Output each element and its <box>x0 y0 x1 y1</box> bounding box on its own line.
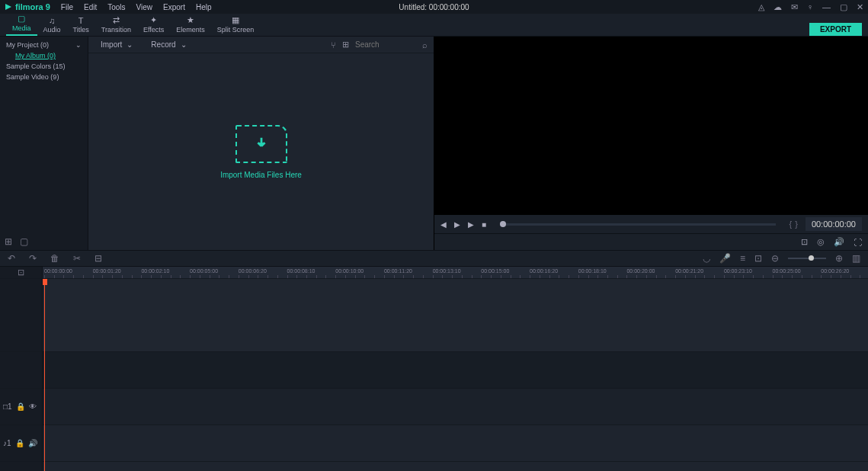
ruler-mark: 00:00:06:20 <box>239 268 267 274</box>
frame-prev-icon[interactable]: { <box>790 219 793 229</box>
stop-button[interactable]: ■ <box>482 220 486 229</box>
sidebar-item-samplevideo[interactable]: Sample Video (9) <box>0 72 88 82</box>
fullscreen-icon[interactable]: ⛶ <box>854 238 862 247</box>
ruler-mark: 00:00:25:00 <box>773 268 801 274</box>
prev-frame-button[interactable]: ◀ <box>440 220 447 229</box>
track-row-audio1[interactable] <box>43 425 868 462</box>
import-dropdown[interactable]: Import⌄ <box>94 39 139 50</box>
menu-export[interactable]: Export <box>163 3 185 11</box>
tab-splitscreen[interactable]: ▦Split Screen <box>211 14 261 36</box>
grid-view-icon[interactable]: ⊞ <box>342 40 349 50</box>
tab-transition[interactable]: ⇄Transition <box>95 14 137 36</box>
menu-tools[interactable]: Tools <box>107 3 125 11</box>
app-logo: filmora 9 <box>5 2 50 11</box>
time-ruler[interactable]: 00:00:00:0000:00:01:2000:00:02:1000:00:0… <box>43 267 868 279</box>
mic-icon[interactable]: 🎤 <box>719 253 731 264</box>
maximize-icon[interactable]: ▢ <box>840 2 847 12</box>
marker-icon[interactable]: ◡ <box>703 253 710 264</box>
search-input[interactable] <box>355 40 416 49</box>
track-row[interactable] <box>43 352 868 389</box>
sidebar-item-samplecolors[interactable]: Sample Colors (15) <box>0 61 88 72</box>
track-head-audio1[interactable]: ♪1 🔒 🔊 <box>0 425 42 462</box>
tracks-area[interactable]: 00:00:00:0000:00:01:2000:00:02:1000:00:0… <box>43 267 868 471</box>
tab-effects[interactable]: ✦Effects <box>137 14 170 36</box>
lock-icon[interactable]: 🔒 <box>16 402 25 411</box>
tab-label: Audio <box>43 26 61 34</box>
notif-icon[interactable]: ♀ <box>807 2 813 11</box>
search-icon[interactable]: ⌕ <box>422 40 428 50</box>
window-controls: ◬ ☁ ✉ ♀ — ▢ ✕ <box>758 2 863 12</box>
split-button[interactable]: ✂ <box>73 253 81 264</box>
minimize-icon[interactable]: — <box>822 2 831 11</box>
menu-edit[interactable]: Edit <box>84 3 97 11</box>
play-button[interactable]: ▶ <box>454 220 460 229</box>
new-folder-icon[interactable]: ⊞ <box>5 236 12 247</box>
preview-scrubber[interactable] <box>500 223 775 226</box>
transition-icon: ⇄ <box>113 15 120 25</box>
tab-elements[interactable]: ★Elements <box>170 14 211 36</box>
ruler-mark: 00:00:20:00 <box>626 268 655 274</box>
export-button[interactable]: EXPORT <box>809 23 862 36</box>
track-empty2 <box>0 352 42 389</box>
record-dropdown[interactable]: Record⌄ <box>145 39 192 50</box>
render-icon[interactable]: ⊡ <box>754 253 762 264</box>
preview-canvas[interactable] <box>434 37 868 215</box>
zoom-fit-icon[interactable]: ▥ <box>852 253 860 264</box>
scrubber-handle[interactable] <box>500 221 506 227</box>
zoom-handle[interactable] <box>809 255 814 261</box>
track-empty <box>0 279 42 352</box>
track-row-video1[interactable] <box>43 389 868 425</box>
preview-panel: ◀ ▶ ▶ ■ { } 00:00:00:00 ⊡ ◎ 🔊 ⛶ <box>434 37 868 250</box>
dropzone-text: Import Media Files Here <box>220 171 302 179</box>
sidebar-item-myproject[interactable]: My Project (0)⌄ <box>0 40 88 50</box>
timeline-settings-icon[interactable]: ⊡ <box>0 267 42 279</box>
volume-icon[interactable]: 🔊 <box>834 237 844 247</box>
zoom-slider[interactable] <box>788 258 826 259</box>
menu-help[interactable]: Help <box>196 3 212 11</box>
media-toolbar: Import⌄ Record⌄ ⑂ ⊞ ⌕ <box>88 37 434 53</box>
tab-media[interactable]: ▢Media <box>6 12 37 36</box>
zoom-in-icon[interactable]: ⊕ <box>835 253 843 264</box>
track-head-video1[interactable]: □1 🔒 👁 <box>0 389 42 425</box>
eye-icon[interactable]: 👁 <box>29 402 37 411</box>
cloud-icon[interactable]: ☁ <box>774 2 782 12</box>
media-sidebar: My Project (0)⌄ My Album (0) Sample Colo… <box>0 37 88 250</box>
zoom-out-icon[interactable]: ⊖ <box>771 253 779 264</box>
tab-titles[interactable]: TTitles <box>67 14 95 36</box>
frame-next-icon[interactable]: } <box>795 219 798 229</box>
tab-label: Elements <box>176 26 205 34</box>
ruler-mark: 00:00:00:00 <box>44 268 72 274</box>
volume-icon[interactable]: 🔊 <box>28 439 37 447</box>
mail-icon[interactable]: ✉ <box>791 2 798 12</box>
sidebar-item-myalbum[interactable]: My Album (0) <box>0 50 88 61</box>
delete-button[interactable]: 🗑 <box>50 253 59 264</box>
preview-timecode: 00:00:00:00 <box>806 217 862 231</box>
grid-icon: ▦ <box>232 15 239 25</box>
folder-icon[interactable]: ▢ <box>20 236 28 247</box>
media-dropzone[interactable]: Import Media Files Here <box>88 53 434 250</box>
close-icon[interactable]: ✕ <box>857 2 863 12</box>
next-frame-button[interactable]: ▶ <box>468 220 474 229</box>
track-label: □1 <box>3 402 12 411</box>
track-row[interactable] <box>43 279 868 352</box>
user-icon[interactable]: ◬ <box>758 2 764 12</box>
edit-toolbar: ↶ ↷ 🗑 ✂ ⊟ ◡ 🎤 ≡ ⊡ ⊖ ⊕ ▥ <box>0 250 868 267</box>
ruler-mark: 00:00:02:10 <box>141 268 169 274</box>
crop-button[interactable]: ⊟ <box>94 253 102 264</box>
menu-view[interactable]: View <box>136 3 153 11</box>
playhead[interactable] <box>44 279 45 471</box>
menu-file[interactable]: File <box>61 3 73 11</box>
redo-button[interactable]: ↷ <box>29 253 37 264</box>
mixer-icon[interactable]: ≡ <box>740 253 745 264</box>
snapshot-icon[interactable]: ◎ <box>817 237 825 247</box>
import-label: Import <box>101 40 122 49</box>
undo-button[interactable]: ↶ <box>8 253 15 264</box>
timeline: ⊡ □1 🔒 👁 ♪1 🔒 🔊 00:00:00:0000:00:01:2000… <box>0 267 868 471</box>
ruler-mark: 00:00:15:00 <box>481 268 509 274</box>
lock-icon[interactable]: 🔒 <box>15 439 24 447</box>
module-tabs: ▢Media ♫Audio TTitles ⇄Transition ✦Effec… <box>0 14 868 37</box>
filter-icon[interactable]: ⑂ <box>331 40 336 50</box>
effects-icon: ✦ <box>150 15 157 25</box>
tab-audio[interactable]: ♫Audio <box>37 14 67 36</box>
quality-icon[interactable]: ⊡ <box>801 237 808 247</box>
